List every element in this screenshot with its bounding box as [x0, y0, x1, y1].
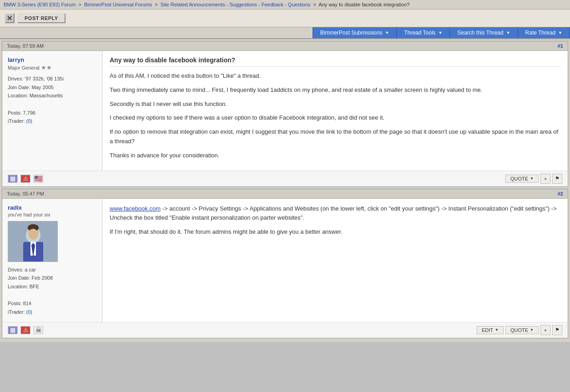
- post-1-report-button[interactable]: ⚑: [552, 174, 562, 184]
- thread-action-bar: BimmerPost Submissions ▼ Thread Tools ▼ …: [0, 27, 570, 39]
- post-1-flag-icon[interactable]: 🇺🇸: [33, 175, 43, 183]
- post-2-timestamp: Today, 05:47 PM: [7, 191, 44, 196]
- post-1-username[interactable]: larryn: [8, 56, 24, 63]
- post-2: Today, 05:47 PM #2 radix you've had your…: [2, 189, 568, 338]
- post-2-icons: ▩ ⚠ ☠: [8, 326, 43, 334]
- thread-tools-caret-icon: ▼: [439, 30, 443, 35]
- post-1-number: #1: [558, 43, 563, 49]
- post-1-body: larryn Major General ★★ Drives: '97 332t…: [2, 51, 568, 171]
- submissions-caret-icon: ▼: [385, 30, 389, 35]
- facebook-link[interactable]: www.facebook.com: [110, 205, 161, 212]
- post-2-body: radix you've had your six: [2, 199, 568, 322]
- post-1-itrader-link[interactable]: (0): [26, 118, 32, 124]
- rate-caret-icon: ▼: [558, 30, 562, 35]
- post-2-edit-button[interactable]: EDIT ▼: [477, 326, 504, 334]
- close-button[interactable]: ✕: [5, 13, 15, 23]
- post-2-flag-button[interactable]: ⚑: [552, 325, 562, 335]
- post-2-pirate-icon[interactable]: ☠: [33, 326, 43, 334]
- post-2-itrader-link[interactable]: (0): [26, 309, 32, 315]
- post-1-vbulletin-icon[interactable]: ▩: [8, 175, 18, 183]
- post-2-text: www.facebook.com -> account -> Privacy S…: [110, 204, 560, 237]
- post-2-multiquote-button[interactable]: +: [540, 325, 550, 335]
- breadcrumb-current: Any way to disable facebook integration?: [318, 2, 409, 7]
- breadcrumb-link-3[interactable]: Site Related Announcements - Suggestions…: [161, 2, 311, 7]
- post-1-quote-button[interactable]: QUOTE ▼: [505, 175, 539, 183]
- search-thread-button[interactable]: Search this Thread ▼: [450, 27, 518, 38]
- rate-thread-button[interactable]: Rate Thread ▼: [518, 27, 570, 38]
- post-2-content: www.facebook.com -> account -> Privacy S…: [102, 199, 568, 322]
- post-1-action-buttons: QUOTE ▼ + ⚑: [505, 174, 562, 184]
- post-1-header: Today, 07:59 AM #1: [2, 41, 568, 51]
- breadcrumb-link-2[interactable]: BimmerPost Universal Forums: [84, 2, 152, 7]
- post-reply-button[interactable]: POST REPLY: [17, 13, 66, 23]
- post-1-user-title: Major General ★★: [8, 64, 96, 71]
- post-2-user-panel: radix you've had your six: [2, 199, 102, 322]
- post-1-timestamp: Today, 07:59 AM: [7, 43, 44, 49]
- post-2-report-icon[interactable]: ⚠: [20, 326, 30, 334]
- breadcrumb-link-1[interactable]: BMW 3-Series (E90 E92) Forum: [4, 2, 76, 7]
- post-1-user-panel: larryn Major General ★★ Drives: '97 332t…: [2, 51, 102, 171]
- post-1: Today, 07:59 AM #1 larryn Major General …: [2, 41, 568, 187]
- post-1-multiquote-button[interactable]: +: [540, 174, 550, 184]
- post-2-avatar: [8, 221, 58, 262]
- forum-content: Today, 07:59 AM #1 larryn Major General …: [0, 39, 570, 342]
- svg-point-7: [28, 229, 38, 240]
- post-1-text: As of this AM, I noticed the extra butto…: [110, 71, 560, 161]
- post-1-user-meta: Drives: '97 332ti, '08 135i Join Date: M…: [8, 75, 96, 126]
- post-2-action-buttons: EDIT ▼ QUOTE ▼ + ⚑: [477, 325, 562, 335]
- search-caret-icon: ▼: [506, 30, 510, 35]
- quote-caret-icon: ▼: [530, 176, 534, 181]
- thread-tools-button[interactable]: Thread Tools ▼: [397, 27, 450, 38]
- post-2-header: Today, 05:47 PM #2: [2, 189, 568, 199]
- edit-caret-icon: ▼: [495, 328, 499, 332]
- post-2-quote-button[interactable]: QUOTE ▼: [505, 326, 539, 334]
- avatar-image: [8, 221, 57, 261]
- breadcrumb: BMW 3-Series (E90 E92) Forum > BimmerPos…: [0, 0, 570, 10]
- top-toolbar: ✕ POST REPLY: [0, 10, 570, 27]
- post-2-vbulletin-icon[interactable]: ▩: [8, 326, 18, 334]
- post-2-footer: ▩ ⚠ ☠ EDIT ▼ QUOTE ▼ + ⚑: [2, 322, 568, 338]
- post-1-footer: ▩ ⚠ 🇺🇸 QUOTE ▼ + ⚑: [2, 171, 568, 186]
- post-1-report-icon[interactable]: ⚠: [20, 175, 30, 183]
- post-1-icons: ▩ ⚠ 🇺🇸: [8, 175, 43, 183]
- quote2-caret-icon: ▼: [530, 328, 534, 332]
- post-1-title: Any way to disable facebook integration?: [110, 56, 560, 67]
- bimmerpost-submissions-button[interactable]: BimmerPost Submissions ▼: [313, 27, 397, 38]
- post-1-content: Any way to disable facebook integration?…: [102, 51, 568, 171]
- post-2-user-meta: Drives: a car Join Date: Feb 2008 Locati…: [8, 266, 96, 317]
- post-2-number: #2: [558, 191, 563, 196]
- post-2-user-title: you've had your six: [8, 212, 96, 217]
- post-2-username[interactable]: radix: [8, 204, 22, 211]
